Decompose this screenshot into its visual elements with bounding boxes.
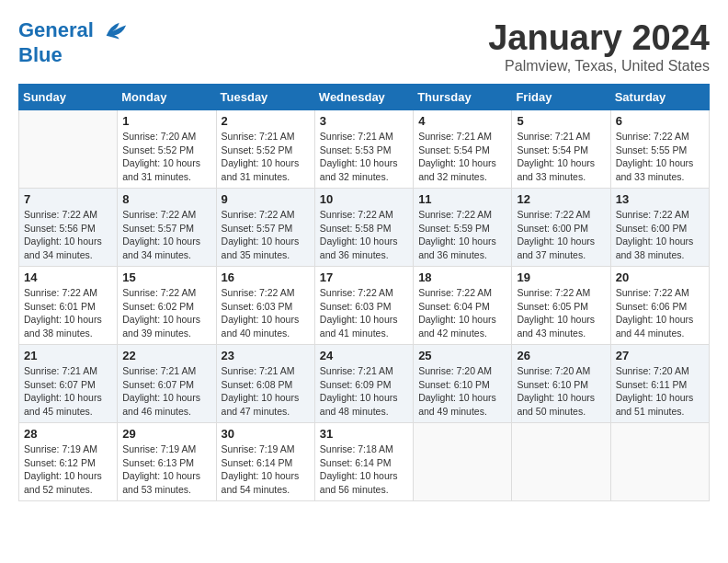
- day-info: Sunrise: 7:21 AM Sunset: 6:07 PM Dayligh…: [122, 364, 210, 419]
- day-number: 14: [24, 270, 112, 284]
- day-header-friday: Friday: [512, 85, 610, 110]
- calendar-cell: 28 Sunrise: 7:19 AM Sunset: 6:12 PM Dayl…: [19, 423, 118, 501]
- day-info: Sunrise: 7:20 AM Sunset: 6:10 PM Dayligh…: [418, 364, 506, 419]
- calendar-cell: 25 Sunrise: 7:20 AM Sunset: 6:10 PM Dayl…: [414, 345, 512, 423]
- day-number: 5: [517, 114, 605, 128]
- day-info: Sunrise: 7:21 AM Sunset: 6:08 PM Dayligh…: [222, 364, 310, 419]
- day-info: Sunrise: 7:22 AM Sunset: 6:03 PM Dayligh…: [222, 286, 310, 340]
- calendar-cell: [19, 110, 118, 189]
- day-number: 2: [222, 114, 310, 128]
- logo-text-blue: Blue: [18, 44, 128, 66]
- calendar-cell: 16 Sunrise: 7:22 AM Sunset: 6:03 PM Dayl…: [216, 267, 314, 345]
- calendar-cell: 20 Sunrise: 7:22 AM Sunset: 6:06 PM Dayl…: [610, 267, 709, 345]
- calendar-cell: 7 Sunrise: 7:22 AM Sunset: 5:56 PM Dayli…: [19, 189, 118, 267]
- calendar-cell: 12 Sunrise: 7:22 AM Sunset: 6:00 PM Dayl…: [512, 189, 610, 267]
- day-info: Sunrise: 7:21 AM Sunset: 5:54 PM Dayligh…: [418, 130, 506, 184]
- day-header-wednesday: Wednesday: [314, 85, 413, 110]
- day-number: 4: [418, 114, 506, 128]
- day-info: Sunrise: 7:22 AM Sunset: 6:01 PM Dayligh…: [24, 286, 112, 340]
- day-number: 3: [320, 114, 408, 128]
- calendar-week-row: 21 Sunrise: 7:21 AM Sunset: 6:07 PM Dayl…: [19, 345, 710, 423]
- calendar-cell: 18 Sunrise: 7:22 AM Sunset: 6:04 PM Dayl…: [414, 267, 512, 345]
- calendar-cell: 24 Sunrise: 7:21 AM Sunset: 6:09 PM Dayl…: [314, 345, 413, 423]
- calendar-cell: [610, 423, 709, 501]
- day-header-sunday: Sunday: [19, 85, 118, 110]
- day-info: Sunrise: 7:22 AM Sunset: 5:56 PM Dayligh…: [24, 208, 112, 262]
- day-info: Sunrise: 7:21 AM Sunset: 6:09 PM Dayligh…: [320, 364, 408, 419]
- calendar-week-row: 14 Sunrise: 7:22 AM Sunset: 6:01 PM Dayl…: [19, 267, 710, 345]
- day-number: 13: [616, 192, 704, 206]
- day-number: 29: [122, 427, 210, 441]
- calendar-cell: 23 Sunrise: 7:21 AM Sunset: 6:08 PM Dayl…: [216, 345, 314, 423]
- day-number: 31: [320, 427, 408, 441]
- day-info: Sunrise: 7:22 AM Sunset: 5:57 PM Dayligh…: [222, 208, 310, 262]
- day-header-saturday: Saturday: [610, 85, 709, 110]
- calendar-cell: 3 Sunrise: 7:21 AM Sunset: 5:53 PM Dayli…: [314, 110, 413, 189]
- day-number: 27: [616, 349, 704, 362]
- month-title: January 2024: [488, 18, 710, 58]
- calendar-cell: 19 Sunrise: 7:22 AM Sunset: 6:05 PM Dayl…: [512, 267, 610, 345]
- calendar-cell: 1 Sunrise: 7:20 AM Sunset: 5:52 PM Dayli…: [118, 110, 216, 189]
- day-number: 19: [517, 270, 605, 284]
- day-number: 7: [24, 192, 112, 206]
- calendar-week-row: 28 Sunrise: 7:19 AM Sunset: 6:12 PM Dayl…: [19, 423, 710, 501]
- day-number: 24: [320, 349, 408, 362]
- title-block: January 2024 Palmview, Texas, United Sta…: [488, 18, 710, 75]
- location-text: Palmview, Texas, United States: [488, 58, 710, 75]
- calendar-cell: 26 Sunrise: 7:20 AM Sunset: 6:10 PM Dayl…: [512, 345, 610, 423]
- day-info: Sunrise: 7:20 AM Sunset: 5:52 PM Dayligh…: [122, 130, 210, 184]
- logo: General Blue: [18, 18, 128, 66]
- day-number: 30: [222, 427, 310, 441]
- day-info: Sunrise: 7:20 AM Sunset: 6:11 PM Dayligh…: [616, 364, 704, 419]
- calendar-cell: 27 Sunrise: 7:20 AM Sunset: 6:11 PM Dayl…: [610, 345, 709, 423]
- day-info: Sunrise: 7:22 AM Sunset: 6:03 PM Dayligh…: [320, 286, 408, 340]
- calendar-cell: 8 Sunrise: 7:22 AM Sunset: 5:57 PM Dayli…: [118, 189, 216, 267]
- calendar-cell: 22 Sunrise: 7:21 AM Sunset: 6:07 PM Dayl…: [118, 345, 216, 423]
- calendar-week-row: 1 Sunrise: 7:20 AM Sunset: 5:52 PM Dayli…: [19, 110, 710, 189]
- day-info: Sunrise: 7:19 AM Sunset: 6:12 PM Dayligh…: [24, 442, 112, 497]
- page-header: General Blue January 2024 Palmview, Texa…: [18, 18, 710, 75]
- day-number: 15: [122, 270, 210, 284]
- day-info: Sunrise: 7:21 AM Sunset: 6:07 PM Dayligh…: [24, 364, 112, 419]
- calendar-cell: 17 Sunrise: 7:22 AM Sunset: 6:03 PM Dayl…: [314, 267, 413, 345]
- day-number: 11: [418, 192, 506, 206]
- day-info: Sunrise: 7:18 AM Sunset: 6:14 PM Dayligh…: [320, 442, 408, 497]
- day-number: 28: [24, 427, 112, 441]
- day-info: Sunrise: 7:22 AM Sunset: 6:04 PM Dayligh…: [418, 286, 506, 340]
- day-info: Sunrise: 7:21 AM Sunset: 5:52 PM Dayligh…: [222, 130, 310, 184]
- calendar-week-row: 7 Sunrise: 7:22 AM Sunset: 5:56 PM Dayli…: [19, 189, 710, 267]
- calendar-cell: 2 Sunrise: 7:21 AM Sunset: 5:52 PM Dayli…: [216, 110, 314, 189]
- calendar-cell: 9 Sunrise: 7:22 AM Sunset: 5:57 PM Dayli…: [216, 189, 314, 267]
- day-info: Sunrise: 7:21 AM Sunset: 5:54 PM Dayligh…: [517, 130, 605, 184]
- day-number: 9: [222, 192, 310, 206]
- day-number: 8: [122, 192, 210, 206]
- day-number: 18: [418, 270, 506, 284]
- calendar-cell: 29 Sunrise: 7:19 AM Sunset: 6:13 PM Dayl…: [118, 423, 216, 501]
- day-info: Sunrise: 7:22 AM Sunset: 6:02 PM Dayligh…: [122, 286, 210, 340]
- day-number: 23: [222, 349, 310, 362]
- calendar-cell: 10 Sunrise: 7:22 AM Sunset: 5:58 PM Dayl…: [314, 189, 413, 267]
- day-info: Sunrise: 7:22 AM Sunset: 5:55 PM Dayligh…: [616, 130, 704, 184]
- logo-text: General: [18, 18, 128, 44]
- day-number: 21: [24, 349, 112, 362]
- day-info: Sunrise: 7:22 AM Sunset: 5:59 PM Dayligh…: [418, 208, 506, 262]
- day-info: Sunrise: 7:22 AM Sunset: 6:00 PM Dayligh…: [517, 208, 605, 262]
- day-number: 6: [616, 114, 704, 128]
- day-number: 16: [222, 270, 310, 284]
- calendar-cell: 21 Sunrise: 7:21 AM Sunset: 6:07 PM Dayl…: [19, 345, 118, 423]
- day-number: 10: [320, 192, 408, 206]
- calendar-cell: 13 Sunrise: 7:22 AM Sunset: 6:00 PM Dayl…: [610, 189, 709, 267]
- day-info: Sunrise: 7:20 AM Sunset: 6:10 PM Dayligh…: [517, 364, 605, 419]
- day-info: Sunrise: 7:19 AM Sunset: 6:14 PM Dayligh…: [222, 442, 310, 497]
- day-number: 12: [517, 192, 605, 206]
- day-number: 26: [517, 349, 605, 362]
- day-header-tuesday: Tuesday: [216, 85, 314, 110]
- day-info: Sunrise: 7:19 AM Sunset: 6:13 PM Dayligh…: [122, 442, 210, 497]
- calendar-cell: [512, 423, 610, 501]
- calendar-header-row: SundayMondayTuesdayWednesdayThursdayFrid…: [19, 85, 710, 110]
- calendar-cell: 30 Sunrise: 7:19 AM Sunset: 6:14 PM Dayl…: [216, 423, 314, 501]
- day-number: 22: [122, 349, 210, 362]
- calendar-cell: 31 Sunrise: 7:18 AM Sunset: 6:14 PM Dayl…: [314, 423, 413, 501]
- day-info: Sunrise: 7:22 AM Sunset: 6:00 PM Dayligh…: [616, 208, 704, 262]
- day-header-thursday: Thursday: [414, 85, 512, 110]
